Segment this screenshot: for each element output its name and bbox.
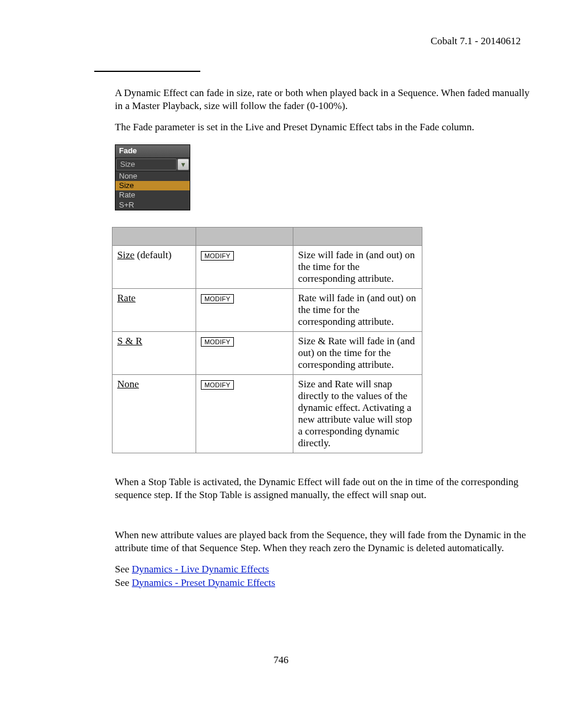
table-header-cell [113, 228, 196, 246]
page-number: 746 [0, 654, 562, 666]
row-name: S & R [117, 335, 143, 347]
row-name-cell: S & R [113, 332, 196, 375]
stop-table-paragraph: When a Stop Table is activated, the Dyna… [115, 476, 538, 502]
see-prefix: See [115, 577, 132, 588]
row-action-cell: MODIFY [196, 332, 293, 375]
row-desc-cell: Size will fade in (and out) on the time … [293, 246, 422, 289]
table-header-cell [293, 228, 422, 246]
modify-button[interactable]: MODIFY [201, 380, 234, 390]
table-header-row [113, 228, 422, 246]
fade-option-size[interactable]: Size [115, 181, 190, 190]
row-name-cell: Rate [113, 289, 196, 332]
row-name-cell: None [113, 375, 196, 453]
table-row: Size (default) MODIFY Size will fade in … [113, 246, 422, 289]
see-prefix: See [115, 564, 132, 575]
row-action-cell: MODIFY [196, 246, 293, 289]
table-row: None MODIFY Size and Rate will snap dire… [113, 375, 422, 453]
chevron-down-icon: ▼ [180, 161, 187, 168]
fade-select-dropdown-button[interactable]: ▼ [177, 159, 189, 170]
row-suffix: (default) [134, 249, 171, 261]
table-header-cell [196, 228, 293, 246]
section-rule [94, 71, 200, 72]
fade-widget: Fade Size ▼ None Size Rate S+R [115, 144, 190, 210]
intro-paragraph-2: The Fade parameter is set in the Live an… [115, 121, 538, 134]
row-name: None [117, 378, 139, 390]
modify-button[interactable]: MODIFY [201, 294, 234, 304]
row-name: Size [117, 249, 134, 261]
fade-option-s-plus-r[interactable]: S+R [115, 200, 190, 210]
modify-button[interactable]: MODIFY [201, 337, 234, 347]
fade-select[interactable]: Size ▼ [115, 158, 190, 172]
row-desc-cell: Rate will fade in (and out) on the time … [293, 289, 422, 332]
intro-paragraph-1: A Dynamic Effect can fade in size, rate … [115, 87, 538, 113]
link-preset-dynamic-effects[interactable]: Dynamics - Preset Dynamic Effects [132, 577, 275, 588]
fade-option-rate[interactable]: Rate [115, 190, 190, 200]
see-links: See Dynamics - Live Dynamic Effects See … [115, 563, 538, 589]
modify-button[interactable]: MODIFY [201, 251, 234, 261]
row-desc-cell: Size and Rate will snap directly to the … [293, 375, 422, 453]
fade-select-value[interactable]: Size [116, 159, 177, 170]
table-row: S & R MODIFY Size & Rate will fade in (a… [113, 332, 422, 375]
attribute-fade-paragraph: When new attribute values are played bac… [115, 529, 538, 555]
fade-option-none[interactable]: None [115, 172, 190, 181]
row-desc-cell: Size & Rate will fade in (and out) on th… [293, 332, 422, 375]
link-live-dynamic-effects[interactable]: Dynamics - Live Dynamic Effects [132, 564, 269, 575]
page: Cobalt 7.1 - 20140612 A Dynamic Effect c… [0, 0, 562, 728]
fade-widget-title: Fade [115, 145, 190, 157]
row-action-cell: MODIFY [196, 289, 293, 332]
row-action-cell: MODIFY [196, 375, 293, 453]
row-name-cell: Size (default) [113, 246, 196, 289]
table-row: Rate MODIFY Rate will fade in (and out) … [113, 289, 422, 332]
fade-table: Size (default) MODIFY Size will fade in … [112, 227, 422, 453]
row-name: Rate [117, 292, 135, 304]
header-version: Cobalt 7.1 - 20140612 [115, 35, 538, 47]
